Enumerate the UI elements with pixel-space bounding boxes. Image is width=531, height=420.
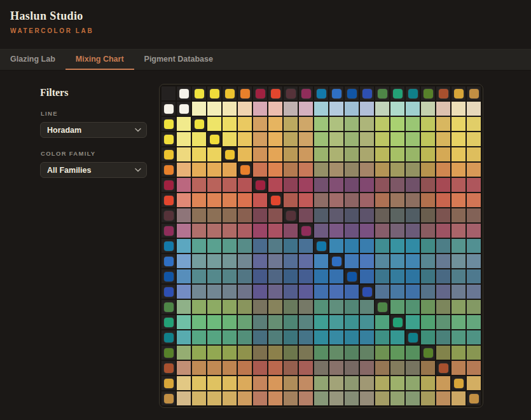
mix-cell[interactable] [406, 208, 420, 222]
mix-cell[interactable] [375, 147, 389, 161]
mix-cell[interactable] [238, 132, 252, 146]
mix-cell[interactable] [192, 391, 206, 405]
mix-cell[interactable] [207, 193, 221, 207]
pure-pigment-cell[interactable] [314, 239, 328, 253]
mix-cell[interactable] [467, 147, 481, 161]
mix-cell[interactable] [268, 269, 282, 283]
mix-cell[interactable] [223, 102, 237, 116]
mix-cell[interactable] [268, 346, 282, 360]
mix-cell[interactable] [406, 224, 420, 238]
mix-cell[interactable] [375, 239, 389, 253]
mix-cell[interactable] [421, 330, 435, 344]
mix-cell[interactable] [314, 376, 328, 390]
mix-cell[interactable] [284, 239, 298, 253]
mix-cell[interactable] [192, 330, 206, 344]
mix-cell[interactable] [299, 208, 313, 222]
pure-pigment-cell[interactable] [360, 285, 374, 299]
mix-cell[interactable] [284, 391, 298, 405]
mix-cell[interactable] [345, 239, 359, 253]
mix-cell[interactable] [436, 254, 450, 268]
mix-cell[interactable] [192, 178, 206, 192]
mix-cell[interactable] [421, 239, 435, 253]
mix-cell[interactable] [314, 163, 328, 177]
mix-cell[interactable] [192, 254, 206, 268]
mix-cell[interactable] [253, 346, 267, 360]
mix-cell[interactable] [436, 224, 450, 238]
mix-cell[interactable] [253, 147, 267, 161]
mix-cell[interactable] [192, 132, 206, 146]
mix-cell[interactable] [436, 376, 450, 390]
mix-cell[interactable] [223, 178, 237, 192]
mix-cell[interactable] [345, 330, 359, 344]
mix-cell[interactable] [421, 361, 435, 375]
mix-cell[interactable] [207, 376, 221, 390]
mix-cell[interactable] [177, 285, 191, 299]
mix-cell[interactable] [314, 102, 328, 116]
mix-cell[interactable] [238, 117, 252, 131]
mix-cell[interactable] [238, 102, 252, 116]
mix-cell[interactable] [177, 269, 191, 283]
pure-pigment-cell[interactable] [177, 102, 191, 116]
mix-cell[interactable] [207, 361, 221, 375]
mix-cell[interactable] [421, 193, 435, 207]
mix-cell[interactable] [192, 163, 206, 177]
mix-cell[interactable] [329, 300, 343, 314]
tab-glazing-lab[interactable]: Glazing Lab [0, 50, 66, 70]
mix-cell[interactable] [192, 346, 206, 360]
mix-cell[interactable] [452, 224, 465, 238]
mix-cell[interactable] [223, 285, 237, 299]
mix-cell[interactable] [177, 361, 191, 375]
mix-cell[interactable] [375, 315, 389, 329]
mix-cell[interactable] [284, 117, 298, 131]
mix-cell[interactable] [406, 361, 420, 375]
mix-cell[interactable] [177, 330, 191, 344]
mix-cell[interactable] [329, 361, 343, 375]
pure-pigment-cell[interactable] [223, 147, 237, 161]
mix-cell[interactable] [207, 346, 221, 360]
mix-cell[interactable] [207, 254, 221, 268]
mix-cell[interactable] [375, 163, 389, 177]
mix-cell[interactable] [284, 361, 298, 375]
pure-pigment-cell[interactable] [436, 361, 450, 375]
mix-cell[interactable] [452, 300, 465, 314]
mix-cell[interactable] [238, 361, 252, 375]
mix-cell[interactable] [253, 285, 267, 299]
mix-cell[interactable] [192, 208, 206, 222]
mix-cell[interactable] [284, 102, 298, 116]
mix-cell[interactable] [360, 391, 374, 405]
mix-cell[interactable] [452, 208, 465, 222]
pure-pigment-cell[interactable] [299, 224, 313, 238]
mix-cell[interactable] [223, 254, 237, 268]
mix-cell[interactable] [192, 147, 206, 161]
mix-cell[interactable] [390, 102, 404, 116]
mix-cell[interactable] [329, 163, 343, 177]
mix-cell[interactable] [436, 102, 450, 116]
mix-cell[interactable] [360, 163, 374, 177]
mix-cell[interactable] [436, 346, 450, 360]
mix-cell[interactable] [253, 117, 267, 131]
mix-cell[interactable] [284, 269, 298, 283]
mix-cell[interactable] [238, 224, 252, 238]
mix-cell[interactable] [329, 208, 343, 222]
mix-cell[interactable] [467, 163, 481, 177]
mix-cell[interactable] [329, 239, 343, 253]
pure-pigment-cell[interactable] [421, 346, 435, 360]
mix-cell[interactable] [314, 193, 328, 207]
mix-cell[interactable] [452, 178, 465, 192]
mix-cell[interactable] [192, 376, 206, 390]
mix-cell[interactable] [207, 269, 221, 283]
mix-cell[interactable] [452, 361, 465, 375]
mix-cell[interactable] [238, 376, 252, 390]
mix-cell[interactable] [177, 346, 191, 360]
mix-cell[interactable] [238, 178, 252, 192]
mix-cell[interactable] [421, 102, 435, 116]
mix-cell[interactable] [299, 300, 313, 314]
mix-cell[interactable] [253, 224, 267, 238]
mix-cell[interactable] [329, 193, 343, 207]
mix-cell[interactable] [436, 300, 450, 314]
mix-cell[interactable] [238, 193, 252, 207]
mix-cell[interactable] [345, 193, 359, 207]
mix-cell[interactable] [284, 315, 298, 329]
mix-cell[interactable] [467, 346, 481, 360]
mix-cell[interactable] [452, 330, 465, 344]
